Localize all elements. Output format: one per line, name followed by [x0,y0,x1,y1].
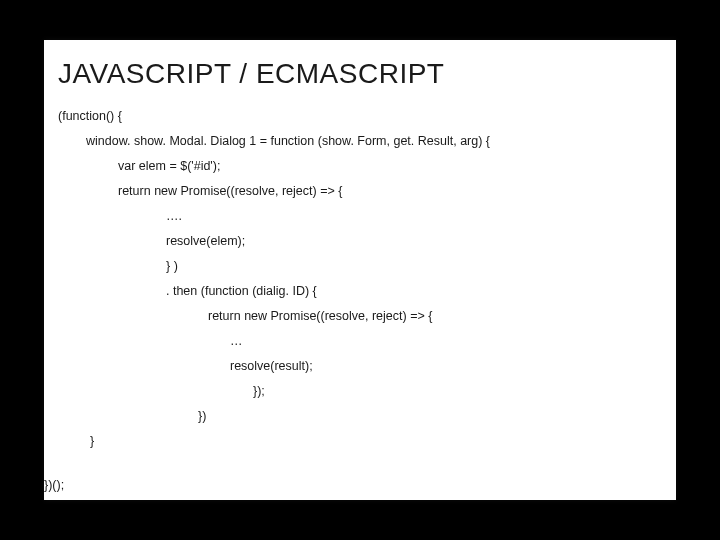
code-line: } [58,435,490,448]
code-line: return new Promise((resolve, reject) => … [58,185,490,198]
slide: JAVASCRIPT / ECMASCRIPT (function() { wi… [0,0,720,540]
content-box: JAVASCRIPT / ECMASCRIPT (function() { wi… [44,40,676,500]
code-line: })(); [44,478,64,492]
code-line: }); [58,385,490,398]
code-line: resolve(result); [58,360,490,373]
code-line: return new Promise((resolve, reject) => … [58,310,490,323]
code-line: var elem = $('#id'); [58,160,490,173]
code-block: (function() { window. show. Modal. Dialo… [58,110,490,460]
code-line: }) [58,410,490,423]
code-line: (function() { [58,110,490,123]
code-line: … [58,335,490,348]
code-line: …. [58,210,490,223]
code-line: window. show. Modal. Dialog 1 = function… [58,135,490,148]
code-line: . then (function (dialig. ID) { [58,285,490,298]
code-line: resolve(elem); [58,235,490,248]
slide-title: JAVASCRIPT / ECMASCRIPT [58,58,444,90]
code-line: } ) [58,260,490,273]
